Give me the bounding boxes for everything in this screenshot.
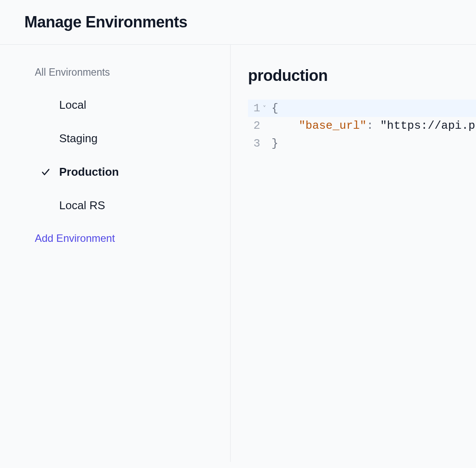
fold-toggle-icon[interactable]: ˅ — [260, 104, 269, 114]
line-number: 1 — [248, 100, 260, 117]
code-token: "https://api.p — [380, 119, 475, 132]
code-token: { — [272, 102, 278, 115]
environment-item[interactable]: Local RS — [35, 199, 213, 212]
page-header: Manage Environments — [0, 0, 476, 45]
environments-sidebar: All Environments LocalStagingProductionL… — [0, 45, 231, 462]
check-icon — [41, 167, 50, 177]
code-content: { — [269, 100, 278, 117]
environment-list: LocalStagingProductionLocal RS — [35, 98, 213, 212]
check-slot — [35, 167, 59, 177]
page-title: Manage Environments — [24, 13, 452, 31]
sidebar-heading: All Environments — [35, 67, 213, 78]
environment-item[interactable]: Local — [35, 98, 213, 112]
code-content: } — [269, 135, 278, 152]
code-content: "base_url": "https://api.p — [269, 117, 475, 134]
environment-item-label: Production — [59, 165, 119, 179]
json-editor[interactable]: 1˅{2 "base_url": "https://api.p3} — [248, 100, 476, 152]
code-token: } — [272, 137, 278, 150]
environment-detail: production 1˅{2 "base_url": "https://api… — [231, 45, 476, 462]
code-token: "base_url" — [298, 119, 366, 132]
editor-line[interactable]: 1˅{ — [248, 100, 476, 117]
add-environment-button[interactable]: Add Environment — [35, 232, 213, 244]
environment-item[interactable]: Staging — [35, 132, 213, 145]
line-number: 3 — [248, 135, 260, 152]
editor-line[interactable]: 2 "base_url": "https://api.p — [248, 117, 476, 134]
environment-item-label: Local RS — [59, 199, 105, 212]
content-area: All Environments LocalStagingProductionL… — [0, 45, 476, 462]
environment-item-label: Local — [59, 98, 86, 112]
environment-item[interactable]: Production — [35, 165, 213, 179]
editor-line[interactable]: 3} — [248, 135, 476, 152]
code-token: : — [366, 119, 380, 132]
line-number: 2 — [248, 117, 260, 134]
environment-title: production — [248, 67, 476, 85]
environment-item-label: Staging — [59, 132, 97, 145]
